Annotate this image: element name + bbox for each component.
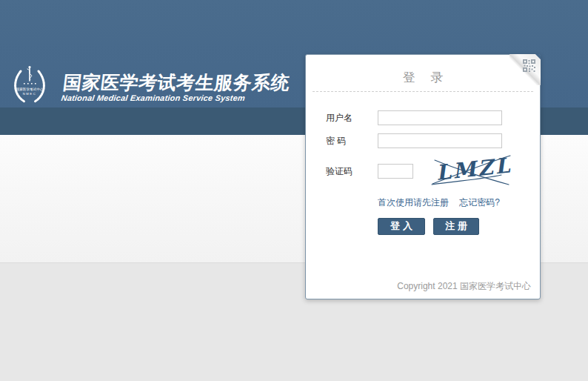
logo-caption-en: NMEC: [23, 92, 36, 96]
username-label: 用户名: [326, 110, 375, 125]
login-button[interactable]: 登入: [378, 218, 425, 235]
page: 国家医学考试中心 NMEC 国家医学考试考生服务系统 National Medi…: [0, 0, 588, 381]
panel-links: 首次使用请先注册 忘记密码?: [378, 196, 500, 209]
panel-title: 登 录: [306, 69, 540, 86]
password-label: 密 码: [326, 133, 375, 148]
title-divider: [313, 91, 533, 92]
captcha-label: 验证码: [326, 164, 375, 179]
nmec-emblem-icon: 国家医学考试中心 NMEC: [10, 64, 49, 103]
username-input[interactable]: [378, 110, 502, 125]
forgot-password-link[interactable]: 忘记密码?: [459, 197, 500, 208]
header-titles: 国家医学考试考生服务系统 National Medical Examinatio…: [61, 73, 291, 102]
copyright-text: Copyright 2021 国家医学考试中心: [397, 280, 531, 293]
captcha-input[interactable]: [378, 164, 413, 179]
captcha-text: LMZL: [435, 153, 513, 185]
nmec-logo: 国家医学考试中心 NMEC: [10, 64, 49, 103]
register-button[interactable]: 注册: [433, 218, 479, 235]
site-title: 国家医学考试考生服务系统: [62, 73, 291, 92]
password-input[interactable]: [378, 133, 502, 148]
login-panel: 登 录 用户名 密 码 验证码 LMZL 首次使用请先注册 忘记密码? 登入 注…: [305, 54, 541, 299]
register-hint-link[interactable]: 首次使用请先注册: [378, 197, 449, 208]
site-subtitle: National Medical Examination Service Sys…: [61, 93, 288, 102]
captcha-image[interactable]: LMZL: [430, 150, 513, 188]
